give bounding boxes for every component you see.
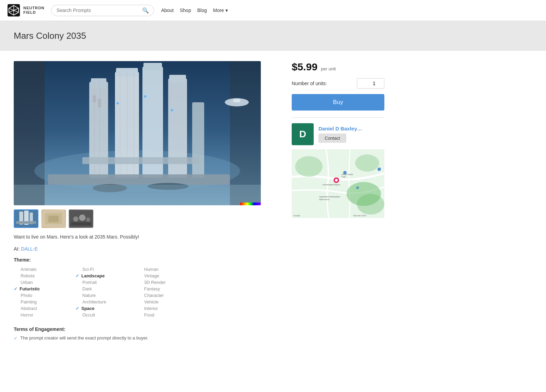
terms-check-icon: ✓ (14, 335, 18, 342)
logo: NEUTRON FIELD (7, 3, 44, 17)
svg-rect-33 (144, 95, 146, 97)
svg-point-52 (355, 154, 379, 172)
nav-more[interactable]: More ▾ (213, 8, 228, 13)
nav-about[interactable]: About (161, 8, 174, 13)
theme-fantasy: Fantasy (137, 286, 199, 292)
svg-rect-24 (169, 75, 186, 82)
theme-col-1: Animals Robots Urban ✓Futuristic Photo P… (14, 266, 75, 318)
svg-text:Google: Google (293, 215, 300, 217)
units-input[interactable] (357, 78, 384, 89)
theme-vehicle: Vehicle (137, 299, 199, 305)
divider (292, 117, 384, 118)
svg-text:Trail...: Trail... (341, 176, 347, 178)
svg-point-54 (347, 182, 381, 206)
product-description: Want to live on Mars. Here's a look at 2… (14, 233, 281, 241)
ai-label: AI: (14, 246, 20, 252)
nav-links: About Shop Blog More ▾ (161, 8, 228, 13)
theme-food: Food (137, 312, 199, 318)
right-column: $5.99 per unit Number of units: Buy D Da… (292, 61, 384, 342)
thumbnail-2[interactable] (41, 209, 66, 228)
seller-section: D Daniel D Baxley… Contact (292, 123, 384, 145)
price-unit: per unit (321, 66, 336, 71)
theme-dark: Dark (75, 286, 137, 292)
svg-rect-36 (240, 203, 261, 205)
theme-character: Character (137, 292, 199, 299)
theme-nature: Nature (75, 292, 137, 299)
theme-space: ✓Space (75, 305, 137, 312)
search-input[interactable] (56, 8, 142, 13)
seller-name[interactable]: Daniel D Baxley… (318, 126, 362, 131)
theme-portrait: Portrait (75, 279, 137, 286)
svg-rect-26 (82, 157, 199, 164)
terms-section: Terms of Engagement: ✓ The prompt creato… (14, 326, 281, 342)
product-image-svg (14, 61, 261, 205)
nav-blog[interactable]: Blog (197, 8, 207, 13)
theme-urban: Urban (14, 279, 75, 286)
svg-rect-49 (71, 222, 91, 225)
svg-text:Carter Taylor: Carter Taylor (341, 173, 353, 175)
svg-point-66 (356, 186, 359, 189)
check-icon-3: ✓ (75, 306, 79, 311)
page-title: Mars Colony 2035 (14, 31, 532, 41)
check-icon: ✓ (14, 286, 18, 291)
svg-rect-35 (14, 185, 261, 205)
svg-rect-25 (192, 102, 204, 178)
main-content: Want to live on Mars. Here's a look at 2… (0, 51, 480, 352)
thumbnail-1[interactable] (14, 209, 38, 228)
theme-horror: Horror (14, 312, 75, 318)
logo-icon (7, 3, 21, 17)
theme-col-2: Sci-Fi ✓Landscape Portrait Dark Nature A… (75, 266, 137, 318)
units-row: Number of units: (292, 78, 384, 89)
theme-human: Human (137, 266, 199, 273)
theme-col-3: Human Vintage 3D Render Fantasy Characte… (137, 266, 199, 318)
svg-rect-44 (48, 216, 59, 222)
svg-rect-11 (91, 78, 106, 89)
theme-occult: Occult (75, 312, 137, 318)
product-image-main (14, 61, 261, 205)
buy-button[interactable]: Buy (292, 94, 384, 111)
svg-point-64 (343, 171, 347, 174)
theme-3d-render: 3D Render (137, 279, 199, 286)
svg-point-46 (73, 216, 78, 221)
search-icon: 🔍 (142, 8, 149, 13)
price-section: $5.99 per unit (292, 61, 384, 73)
svg-rect-22 (143, 63, 162, 70)
theme-grid: Animals Robots Urban ✓Futuristic Photo P… (14, 266, 281, 318)
chevron-down-icon: ▾ (225, 8, 228, 13)
search-bar[interactable]: 🔍 (51, 5, 154, 16)
price-amount: $5.99 (292, 61, 317, 73)
svg-rect-27 (48, 174, 230, 185)
theme-painting: Painting (14, 299, 75, 305)
theme-sci-fi: Sci-Fi (75, 266, 137, 273)
svg-rect-41 (16, 221, 36, 224)
ai-info: AI: DALL-E (14, 246, 281, 252)
nav-shop[interactable]: Shop (180, 8, 191, 13)
left-column: Want to live on Mars. Here's a look at 2… (14, 61, 281, 342)
svg-point-65 (377, 168, 381, 171)
seller-info: Daniel D Baxley… Contact (318, 126, 362, 143)
svg-point-51 (295, 156, 323, 177)
logo-text: NEUTRON FIELD (23, 6, 44, 15)
search-button[interactable]: 🔍 (142, 7, 149, 14)
svg-text:State Forest: State Forest (319, 198, 329, 200)
units-label: Number of units: (292, 81, 327, 86)
svg-text:Appomattox Buckingham: Appomattox Buckingham (319, 196, 340, 198)
thumbnail-row (14, 209, 281, 228)
theme-section: Theme: Animals Robots Urban ✓Futuristic … (14, 257, 281, 318)
thumbnail-3[interactable] (69, 209, 93, 228)
map-svg: Carter Taylor Trail... Homestead Report … (292, 149, 384, 218)
ai-value[interactable]: DALL-E (21, 246, 38, 252)
theme-interior: Interior (137, 305, 199, 312)
svg-rect-7 (14, 61, 45, 205)
svg-text:Homestead Report: Homestead Report (323, 184, 340, 186)
svg-point-56 (335, 179, 338, 182)
theme-label: Theme: (14, 257, 281, 263)
theme-futuristic: ✓Futuristic (14, 286, 75, 292)
svg-point-47 (79, 215, 85, 221)
contact-button[interactable]: Contact (318, 134, 346, 143)
svg-rect-34 (171, 109, 173, 111)
terms-item-1: ✓ The prompt creator will send the exact… (14, 335, 281, 342)
theme-landscape: ✓Landscape (75, 273, 137, 279)
svg-text:Map data ©2023: Map data ©2023 (353, 215, 366, 217)
svg-rect-32 (117, 102, 119, 104)
